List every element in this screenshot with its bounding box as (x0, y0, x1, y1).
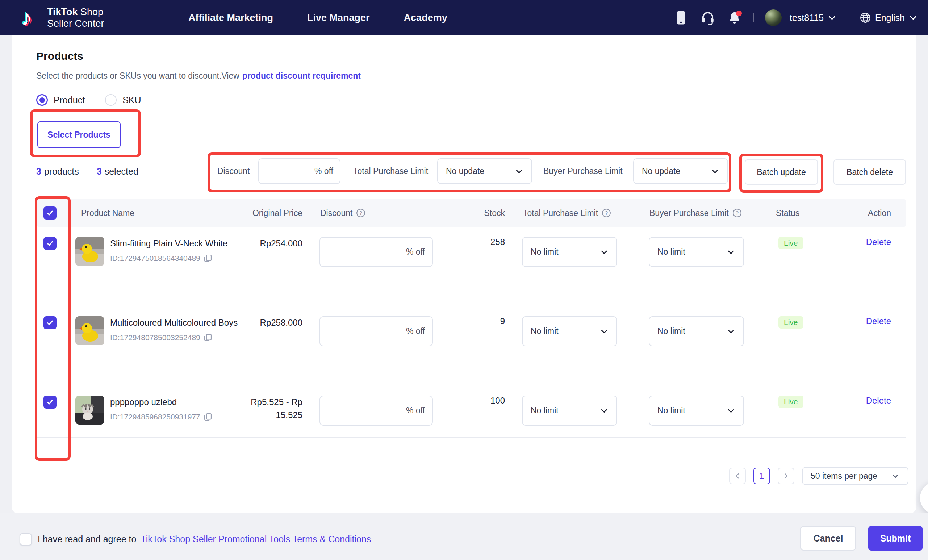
products-count: 3products (36, 166, 79, 177)
tiktok-seller-center-screen: ♪♪♪ TikTok Shop Seller Center Affiliate … (0, 0, 928, 560)
page-subtitle: Select the products or SKUs you want to … (36, 71, 361, 81)
copy-icon[interactable] (203, 333, 213, 342)
chevron-left-icon (734, 472, 742, 480)
chevron-down-icon (600, 248, 609, 256)
radio-sku-control[interactable] (105, 94, 117, 106)
discount-input[interactable] (327, 405, 406, 416)
total-purchase-limit-select[interactable]: No limit (522, 237, 617, 267)
terms-link[interactable]: TikTok Shop Seller Promotional Tools Ter… (140, 534, 371, 545)
table-row: Multicoloured Multicoloured Boys ID:1729… (37, 306, 905, 385)
footer-bar: I have read and agree to TikTok Shop Sel… (0, 513, 928, 560)
radio-sku[interactable]: SKU (105, 94, 141, 106)
batch-delete-button[interactable]: Batch delete (833, 159, 906, 185)
bpl-value: No limit (658, 406, 685, 415)
products-table: Product Name Original Price Discount ? S… (37, 199, 905, 456)
batch-discount-inputbox: % off (258, 158, 340, 184)
bpl-value: No limit (658, 247, 685, 257)
batch-bpl-value: No update (642, 166, 680, 176)
buyer-purchase-limit-select[interactable]: No limit (649, 395, 744, 426)
row-checkbox[interactable] (43, 316, 56, 329)
delete-link[interactable]: Delete (866, 395, 891, 405)
tiktok-shop-logo[interactable]: ♪♪♪ TikTok Shop Seller Center (21, 4, 104, 32)
row-checkbox[interactable] (43, 395, 56, 409)
select-products-button[interactable]: Select Products (37, 121, 121, 148)
subtitle-text: Select the products or SKUs you want to … (36, 71, 240, 81)
language-selector[interactable]: English (859, 12, 918, 24)
chevron-down-icon (600, 327, 609, 336)
select-all-checkbox[interactable] (43, 206, 56, 220)
username: test8115 (790, 13, 824, 23)
help-icon[interactable]: ? (733, 208, 742, 218)
chevron-down-icon (600, 406, 609, 415)
svg-text:?: ? (736, 210, 739, 216)
delete-link[interactable]: Delete (866, 316, 891, 326)
table-row: Slim-fitting Plain V-Neck White ID:17294… (37, 227, 905, 306)
batch-discount-input[interactable] (266, 166, 314, 176)
nav-affiliate-marketing[interactable]: Affiliate Marketing (188, 12, 273, 24)
support-headset-icon[interactable] (700, 10, 716, 26)
discount-input[interactable] (327, 326, 406, 337)
radio-product[interactable]: Product (36, 94, 85, 106)
globe-icon (859, 12, 872, 24)
status-badge: Live (778, 395, 803, 408)
header-divider (753, 13, 754, 23)
col-product-name: Product Name (69, 208, 239, 218)
buyer-purchase-limit-select[interactable]: No limit (649, 316, 744, 346)
copy-icon[interactable] (203, 253, 213, 263)
floating-widget[interactable] (920, 482, 928, 514)
user-menu[interactable]: test8115 (765, 9, 837, 26)
product-discount-requirement-link[interactable]: product discount requirement (242, 71, 361, 81)
copy-icon[interactable] (203, 412, 213, 422)
total-purchase-limit-select[interactable]: No limit (522, 316, 617, 346)
pagination-prev-button[interactable] (729, 468, 746, 484)
radio-product-control[interactable] (36, 94, 48, 106)
batch-tpl-value: No update (446, 166, 484, 176)
batch-update-button[interactable]: Batch update (745, 159, 818, 185)
tiktok-note-icon: ♪♪♪ (21, 4, 42, 32)
radio-product-label: Product (53, 95, 85, 105)
selection-counts: 3products 3selected (36, 165, 138, 177)
discount-suffix: % off (406, 247, 425, 257)
chevron-down-icon (711, 167, 719, 175)
top-header: ♪♪♪ TikTok Shop Seller Center Affiliate … (0, 0, 928, 35)
tpl-value: No limit (531, 406, 559, 415)
svg-text:?: ? (605, 210, 608, 216)
header-right-cluster: test8115 English (673, 0, 918, 35)
product-id: ID:1729485968250931977 (110, 412, 239, 422)
pagination-page-1[interactable]: 1 (753, 468, 770, 484)
discount-input[interactable] (327, 247, 406, 257)
pagination-next-button[interactable] (778, 468, 794, 484)
col-buyer-purchase-limit: Buyer Purchase Limit ? (641, 208, 768, 218)
page-size-select[interactable]: 50 items per page (802, 467, 908, 485)
col-original-price: Original Price (239, 208, 310, 218)
nav-live-manager[interactable]: Live Manager (307, 12, 370, 24)
help-icon[interactable]: ? (601, 208, 611, 218)
status-badge: Live (778, 237, 803, 249)
radio-sku-label: SKU (122, 95, 141, 105)
row-checkbox[interactable] (43, 237, 56, 250)
mobile-app-icon[interactable] (673, 10, 689, 26)
nav-academy[interactable]: Academy (404, 12, 447, 24)
product-image-cat (75, 395, 104, 424)
batch-total-purchase-limit-select[interactable]: No update (437, 158, 532, 184)
help-icon[interactable]: ? (356, 208, 365, 218)
terms-text: I have read and agree to (38, 534, 136, 545)
stock-value: 9 (440, 306, 513, 327)
delete-link[interactable]: Delete (866, 237, 891, 247)
total-purchase-limit-select[interactable]: No limit (522, 395, 617, 426)
terms-label: I have read and agree to TikTok Shop Sel… (38, 534, 371, 545)
table-footer-space (37, 438, 905, 456)
notification-bell-icon[interactable] (727, 10, 743, 26)
product-name: Multicoloured Multicoloured Boys (110, 318, 238, 328)
batch-discount-label: Discount (217, 166, 250, 176)
table-row: ppppoppo uziebd ID:1729485968250931977 R… (37, 385, 905, 438)
cancel-button[interactable]: Cancel (800, 526, 856, 551)
table-header-row: Product Name Original Price Discount ? S… (37, 199, 905, 227)
submit-button[interactable]: Submit (868, 526, 923, 551)
terms-checkbox[interactable] (20, 533, 32, 546)
page-size-value: 50 items per page (810, 471, 877, 481)
status-badge: Live (778, 316, 803, 328)
batch-buyer-purchase-limit-select[interactable]: No update (633, 158, 728, 184)
language-label: English (875, 13, 905, 23)
buyer-purchase-limit-select[interactable]: No limit (649, 237, 744, 267)
